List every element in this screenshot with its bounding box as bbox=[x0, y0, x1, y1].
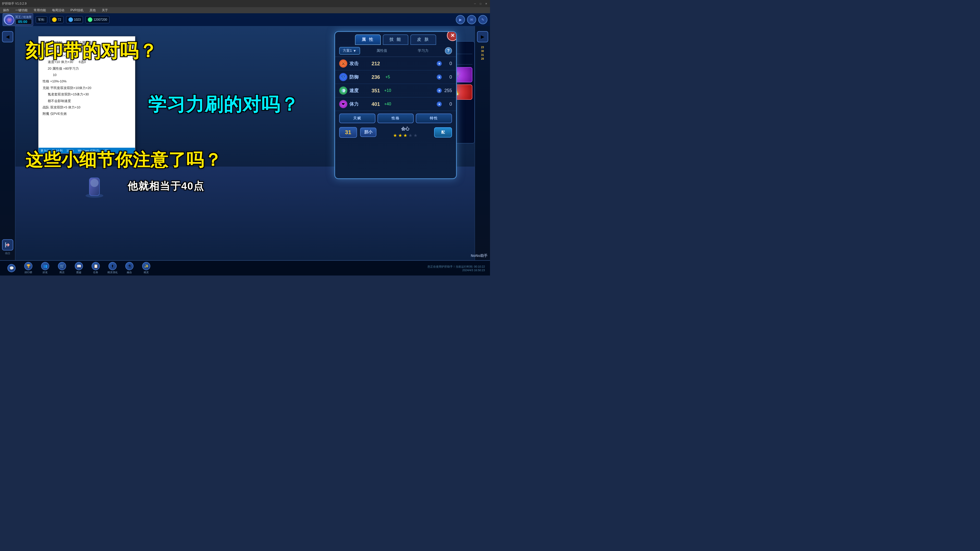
status-line2: 2024/4/3 16:50:23 bbox=[462, 268, 485, 272]
def-ev: 0 bbox=[442, 75, 452, 80]
bottom-fuse-btn[interactable]: ⚗ 融合 bbox=[123, 262, 136, 274]
menu-pvp[interactable]: PVP/挂机 bbox=[69, 8, 84, 13]
spd-icon: 💨 bbox=[339, 86, 347, 95]
panel-subheader: 方案1 ▼ 属性值 学习力 ? bbox=[335, 45, 456, 57]
strengthen-icon: ⬆ bbox=[108, 262, 117, 270]
menu-about[interactable]: 关于 bbox=[101, 8, 109, 13]
def-bonus: +5 bbox=[380, 75, 395, 79]
bottom-dex-btn[interactable]: 📖 图鉴 bbox=[73, 262, 85, 274]
svg-point-6 bbox=[90, 179, 99, 187]
bottom-shop-btn[interactable]: 🛒 商店 bbox=[56, 262, 68, 274]
spd-bonus: +10 bbox=[380, 88, 395, 93]
stat-row-spd: 💨 速度 351 +10 ★ 255 bbox=[335, 84, 456, 97]
menu-other[interactable]: 其他 bbox=[89, 8, 97, 13]
btn-talent[interactable]: 天赋 bbox=[339, 114, 375, 123]
fuse-label: 融合 bbox=[127, 271, 132, 274]
bottom-status: 您正在使用护肝助手！当前运行时间: 00:10:22 2024/4/3 16:5… bbox=[428, 265, 485, 272]
special-section: 会心 ★ ★ ★ ★ ★ bbox=[380, 126, 431, 138]
stat-row-hp: ❤ 体力 401 +40 ★ 0 bbox=[335, 97, 456, 111]
doc-line-12: 附魔 仅PVE生效 bbox=[43, 111, 131, 117]
nono-watermark: NoNo助手 bbox=[471, 254, 487, 258]
bottom-chat-btn[interactable]: 💬 bbox=[5, 264, 18, 272]
left-sidebar: ◀ 出口 bbox=[0, 26, 15, 260]
help-button[interactable]: ? bbox=[445, 47, 452, 54]
menu-operate[interactable]: 操作 bbox=[2, 8, 10, 13]
atk-label: 攻击 bbox=[349, 60, 365, 67]
overlay-title1: 刻印带的对吗？ bbox=[25, 39, 158, 63]
character-portrait: 👾 冥王 / 哈迪斯 05:00 bbox=[3, 13, 33, 26]
quest-icon: 📋 bbox=[92, 262, 100, 270]
star-2: ★ bbox=[398, 133, 402, 138]
def-star: ★ bbox=[437, 75, 442, 79]
star-4: ★ bbox=[408, 133, 412, 138]
doc-line-7: 性格 +10%-10% bbox=[43, 78, 131, 84]
mail-button[interactable]: ✉ bbox=[467, 15, 476, 24]
plan-select[interactable]: 方案1 ▼ bbox=[339, 47, 360, 55]
tab-attributes[interactable]: 属 性 bbox=[355, 35, 380, 45]
tab-skins[interactable]: 皮 肤 bbox=[410, 35, 436, 45]
atk-star: ★ bbox=[437, 61, 442, 66]
svg-rect-3 bbox=[5, 242, 6, 248]
atk-value: 212 bbox=[365, 61, 380, 67]
menu-common[interactable]: 常用功能 bbox=[33, 8, 47, 13]
timer-display: 05:00 bbox=[15, 19, 32, 24]
subheader-ev-label: 学习力 bbox=[404, 48, 443, 53]
def-value: 236 bbox=[365, 74, 380, 80]
hp-bonus: +40 bbox=[380, 102, 395, 106]
friends-icon: 👥 bbox=[41, 262, 49, 270]
bottom-friends-btn[interactable]: 👥 好友 bbox=[39, 262, 52, 274]
hud-stat3: 12007200 bbox=[86, 16, 109, 23]
spirit-icon: ✨ bbox=[142, 262, 150, 270]
right-nav-btn[interactable]: ▶ bbox=[477, 31, 488, 42]
ranking-icon: 🏆 bbox=[24, 262, 32, 270]
minimize-button[interactable]: ─ bbox=[473, 2, 477, 5]
char-name: 冥王 / 哈迪斯 bbox=[15, 15, 32, 19]
quest-label: 任务 bbox=[93, 271, 98, 274]
tab-skills[interactable]: 技 能 bbox=[383, 35, 408, 45]
spirit-label: 精灵 bbox=[144, 271, 149, 274]
bottom-taskbar: 💬 🏆 排行榜 👥 好友 🛒 商店 📖 图鉴 📋 任务 ⬆ 精灵强化 ⚗ 融合 bbox=[0, 260, 490, 275]
hud-icon1 bbox=[52, 17, 57, 22]
char-info: 冥王 / 哈迪斯 05:00 bbox=[15, 15, 32, 24]
btn-ability[interactable]: 特性 bbox=[416, 114, 452, 123]
match-button[interactable]: 配 bbox=[434, 127, 452, 138]
stat-row-def: 🛡 防御 236 +5 ★ 0 bbox=[335, 70, 456, 84]
bg-decor1 bbox=[84, 175, 105, 202]
def-label: 防御 bbox=[349, 74, 365, 80]
doc-line-9: 氪老套双攻双防+15体力+30 bbox=[43, 91, 131, 97]
bottom-ranking-btn[interactable]: 🏆 排行榜 bbox=[22, 262, 35, 274]
ranking-label: 排行榜 bbox=[24, 271, 32, 274]
fuse-icon: ⚗ bbox=[125, 262, 134, 270]
doc-line-8: 充能 平民套双攻双防+10体力+20 bbox=[43, 85, 131, 91]
bottom-spirit-btn[interactable]: ✨ 精灵 bbox=[140, 262, 153, 274]
big-number: 31 bbox=[339, 127, 357, 138]
left-nav-btn1[interactable]: ◀ bbox=[2, 31, 13, 42]
exit-button[interactable] bbox=[2, 239, 13, 251]
overlay-subtitle: 他就相当于40点 bbox=[127, 179, 204, 193]
doc-line-11: 战队 双攻双防+5 体力+10 bbox=[43, 104, 131, 110]
bottom-strengthen-btn[interactable]: ⬆ 精灵强化 bbox=[106, 262, 119, 274]
stats-panel: ✕ 属 性 技 能 皮 肤 方案1 ▼ 属性值 学习力 ? bbox=[334, 31, 457, 179]
menu-weekly[interactable]: 每周活动 bbox=[51, 8, 65, 13]
doc-line-5: 20 属性值 =80学习力 bbox=[43, 65, 131, 71]
hp-star: ★ bbox=[437, 102, 442, 106]
bottom-quest-btn[interactable]: 📋 任务 bbox=[89, 262, 102, 274]
close-window-button[interactable]: ✕ bbox=[484, 2, 488, 5]
maximize-button[interactable]: □ bbox=[479, 2, 482, 5]
character-avatar: 👾 bbox=[4, 14, 14, 25]
spd-value: 351 bbox=[365, 88, 380, 94]
menu-onekey[interactable]: 一键功能 bbox=[14, 8, 29, 13]
play-button[interactable]: ▶ bbox=[456, 15, 465, 24]
strengthen-label: 精灵强化 bbox=[107, 271, 118, 274]
doc-line-10: 都不会影响速度 bbox=[43, 98, 131, 104]
stat-row-atk: ⚔ 攻击 212 ★ 0 bbox=[335, 57, 456, 70]
atk-icon: ⚔ bbox=[339, 59, 347, 68]
hp-ev: 0 bbox=[442, 102, 452, 107]
special-label: 会心 bbox=[401, 126, 409, 132]
def-icon: 🛡 bbox=[339, 73, 347, 81]
btn-nature[interactable]: 性格 bbox=[377, 114, 414, 123]
star-5: ★ bbox=[414, 133, 417, 138]
panel-tabs: 属 性 技 能 皮 肤 bbox=[335, 32, 456, 45]
edit-button[interactable]: ✎ bbox=[478, 15, 487, 24]
star-3: ★ bbox=[403, 133, 407, 138]
